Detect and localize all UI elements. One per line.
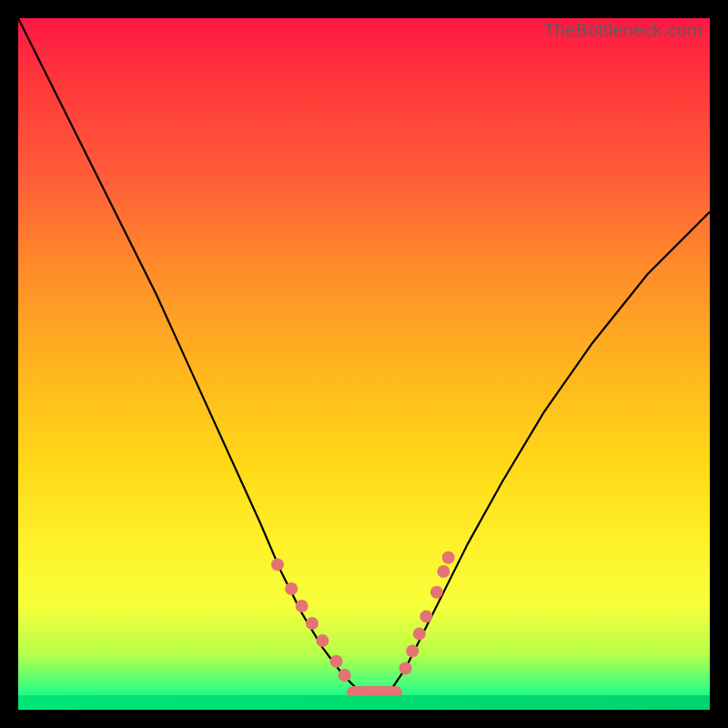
green-bottom-strip: [18, 695, 710, 710]
chart-plot-area: TheBottleneck.com: [18, 18, 710, 710]
data-marker: [330, 655, 343, 668]
data-marker: [306, 617, 318, 630]
data-marker: [413, 627, 426, 640]
data-marker: [285, 582, 298, 595]
data-marker: [316, 634, 329, 647]
data-marker: [339, 669, 351, 682]
data-marker: [437, 565, 450, 578]
data-marker: [399, 662, 412, 674]
chart-svg: [18, 18, 710, 710]
data-marker: [271, 558, 284, 571]
data-marker: [430, 586, 443, 599]
curve-right-group: [391, 212, 710, 689]
curve-right: [391, 212, 710, 689]
curve-left: [18, 18, 357, 689]
chart-frame: TheBottleneck.com: [0, 0, 728, 728]
data-marker: [442, 551, 455, 564]
curve-left-group: [18, 18, 357, 689]
data-marker: [406, 644, 419, 657]
markers-right: [399, 551, 455, 675]
data-marker: [296, 600, 308, 612]
data-marker: [420, 610, 432, 622]
